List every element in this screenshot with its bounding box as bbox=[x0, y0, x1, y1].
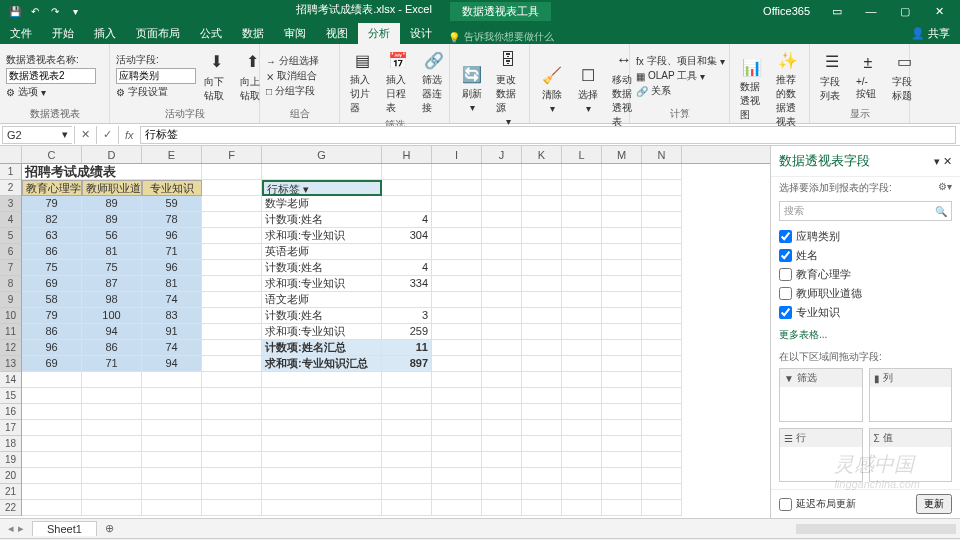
row-header[interactable]: 22 bbox=[0, 500, 21, 516]
row-header[interactable]: 3 bbox=[0, 196, 21, 212]
more-tables-link[interactable]: 更多表格... bbox=[771, 326, 960, 344]
table-cell[interactable]: 81 bbox=[82, 244, 142, 260]
insert-slicer-button[interactable]: ▤插入切片器 bbox=[346, 46, 378, 117]
active-field-input[interactable] bbox=[116, 68, 196, 84]
field-checkbox[interactable]: 姓名 bbox=[779, 246, 952, 265]
field-settings[interactable]: ⚙ 字段设置 bbox=[116, 85, 196, 99]
pane-close-icon[interactable]: ✕ bbox=[943, 155, 952, 167]
insert-timeline-button[interactable]: 📅插入日程表 bbox=[382, 46, 414, 117]
worksheet[interactable]: CDEFGHIJKLMN 123456789101112131415161718… bbox=[0, 146, 770, 518]
table-cell[interactable]: 96 bbox=[22, 340, 82, 356]
pivot-group[interactable]: 语文老师 bbox=[262, 292, 382, 308]
table-cell[interactable]: 86 bbox=[22, 244, 82, 260]
table-cell[interactable]: 74 bbox=[142, 340, 202, 356]
col-header[interactable]: C bbox=[22, 146, 82, 163]
row-header[interactable]: 17 bbox=[0, 420, 21, 436]
area-values[interactable]: Σ 值 bbox=[869, 428, 953, 482]
share-button[interactable]: 👤 共享 bbox=[901, 23, 960, 44]
row-header[interactable]: 2 bbox=[0, 180, 21, 196]
update-button[interactable]: 更新 bbox=[916, 494, 952, 514]
table-cell[interactable]: 58 bbox=[22, 292, 82, 308]
row-header[interactable]: 13 bbox=[0, 356, 21, 372]
table-cell[interactable]: 75 bbox=[22, 260, 82, 276]
row-header[interactable]: 11 bbox=[0, 324, 21, 340]
clear-button[interactable]: 🧹清除▾ bbox=[536, 61, 568, 116]
table-cell[interactable]: 59 bbox=[142, 196, 202, 212]
cancel-icon[interactable]: ✕ bbox=[74, 126, 96, 144]
col-header[interactable]: M bbox=[602, 146, 642, 163]
col-header[interactable]: H bbox=[382, 146, 432, 163]
table-cell[interactable]: 96 bbox=[142, 228, 202, 244]
row-header[interactable]: 19 bbox=[0, 452, 21, 468]
field-checkbox[interactable]: 教师职业道德 bbox=[779, 284, 952, 303]
tab-file[interactable]: 文件 bbox=[0, 23, 42, 44]
ribbon-display-icon[interactable]: ▭ bbox=[822, 5, 852, 18]
table-cell[interactable]: 79 bbox=[22, 308, 82, 324]
row-header[interactable]: 12 bbox=[0, 340, 21, 356]
tab-next-icon[interactable]: ▸ bbox=[18, 522, 24, 535]
qat-more-icon[interactable]: ▾ bbox=[66, 2, 84, 20]
table-cell[interactable]: 87 bbox=[82, 276, 142, 292]
col-header[interactable]: J bbox=[482, 146, 522, 163]
maximize-icon[interactable]: ▢ bbox=[890, 5, 920, 18]
col-header[interactable]: D bbox=[82, 146, 142, 163]
table-cell[interactable]: 89 bbox=[82, 212, 142, 228]
minimize-icon[interactable]: — bbox=[856, 5, 886, 17]
table-cell[interactable]: 89 bbox=[82, 196, 142, 212]
table-cell[interactable]: 71 bbox=[82, 356, 142, 372]
pivot-group[interactable]: 英语老师 bbox=[262, 244, 382, 260]
tab-data[interactable]: 数据 bbox=[232, 23, 274, 44]
gear-icon[interactable]: ⚙▾ bbox=[938, 181, 952, 195]
area-filter[interactable]: ▼ 筛选 bbox=[779, 368, 863, 422]
area-columns[interactable]: ▮ 列 bbox=[869, 368, 953, 422]
field-checkbox[interactable]: 应聘类别 bbox=[779, 227, 952, 246]
col-header[interactable]: N bbox=[642, 146, 682, 163]
table-cell[interactable]: 71 bbox=[142, 244, 202, 260]
fields-items-sets[interactable]: fx 字段、项目和集 ▾ bbox=[636, 54, 725, 68]
table-cell[interactable]: 69 bbox=[22, 276, 82, 292]
tab-home[interactable]: 开始 bbox=[42, 23, 84, 44]
row-headers[interactable]: 12345678910111213141516171819202122 bbox=[0, 164, 22, 516]
change-source-button[interactable]: 🗄更改数据源▾ bbox=[492, 46, 524, 129]
table-cell[interactable]: 63 bbox=[22, 228, 82, 244]
field-checkbox[interactable]: 专业知识 bbox=[779, 303, 952, 322]
table-cell[interactable]: 74 bbox=[142, 292, 202, 308]
close-icon[interactable]: ✕ bbox=[924, 5, 954, 18]
sheet-tab[interactable]: Sheet1 bbox=[32, 521, 97, 536]
table-cell[interactable]: 86 bbox=[22, 324, 82, 340]
row-header[interactable]: 1 bbox=[0, 164, 21, 180]
select-button[interactable]: ☐选择▾ bbox=[572, 61, 604, 116]
row-header[interactable]: 15 bbox=[0, 388, 21, 404]
table-cell[interactable]: 56 bbox=[82, 228, 142, 244]
filter-conn-button[interactable]: 🔗筛选器连接 bbox=[418, 46, 450, 117]
tab-insert[interactable]: 插入 bbox=[84, 23, 126, 44]
table-cell[interactable]: 94 bbox=[82, 324, 142, 340]
relationships[interactable]: 🔗 关系 bbox=[636, 84, 725, 98]
save-icon[interactable]: 💾 bbox=[6, 2, 24, 20]
tell-me[interactable]: 💡告诉我你想要做什么 bbox=[448, 30, 554, 44]
row-header[interactable]: 4 bbox=[0, 212, 21, 228]
row-header[interactable]: 6 bbox=[0, 244, 21, 260]
tab-review[interactable]: 审阅 bbox=[274, 23, 316, 44]
formula-input[interactable] bbox=[140, 126, 956, 144]
row-header[interactable]: 16 bbox=[0, 404, 21, 420]
field-list-button[interactable]: ☰字段列表 bbox=[816, 48, 848, 105]
table-cell[interactable]: 91 bbox=[142, 324, 202, 340]
olap-tools[interactable]: ▦ OLAP 工具 ▾ bbox=[636, 69, 725, 83]
group-field[interactable]: □ 分组字段 bbox=[266, 84, 319, 98]
pt-options[interactable]: ⚙ 选项 ▾ bbox=[6, 85, 96, 99]
row-header[interactable]: 18 bbox=[0, 436, 21, 452]
tab-formulas[interactable]: 公式 bbox=[190, 23, 232, 44]
field-headers-button[interactable]: ▭字段标题 bbox=[888, 48, 920, 105]
tab-analyze[interactable]: 分析 bbox=[358, 23, 400, 44]
column-headers[interactable]: CDEFGHIJKLMN bbox=[22, 146, 770, 164]
fx-icon[interactable]: fx bbox=[118, 126, 140, 144]
table-cell[interactable]: 100 bbox=[82, 308, 142, 324]
table-cell[interactable]: 86 bbox=[82, 340, 142, 356]
field-search[interactable]: 搜索🔍 bbox=[779, 201, 952, 221]
col-header[interactable]: F bbox=[202, 146, 262, 163]
refresh-button[interactable]: 🔄刷新▾ bbox=[456, 60, 488, 115]
pivot-chart-button[interactable]: 📊数据透视图 bbox=[736, 53, 768, 124]
plusminus-button[interactable]: ±+/- 按钮 bbox=[852, 49, 884, 103]
tab-view[interactable]: 视图 bbox=[316, 23, 358, 44]
